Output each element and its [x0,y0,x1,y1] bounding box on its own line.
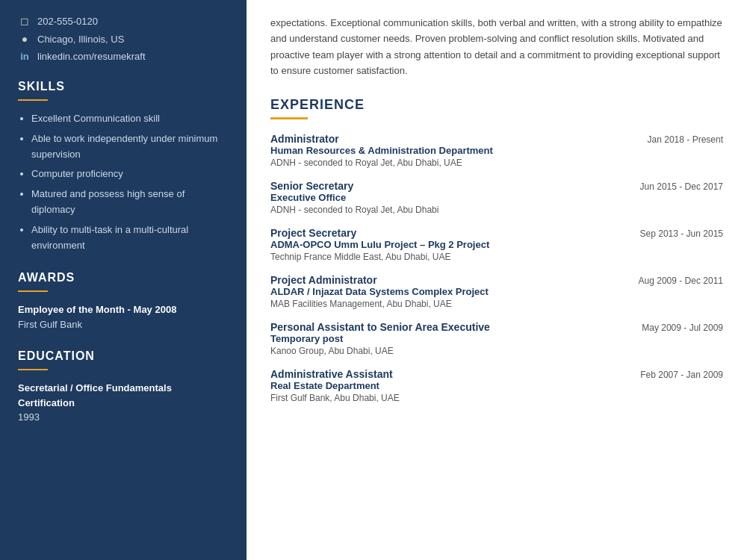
exp-company: Real Estate Department [270,380,637,391]
experience-divider [270,117,308,119]
exp-left: Senior SecretaryExecutive OfficeADNH - s… [270,180,637,215]
awards-section: AWARDS Employee of the Month - May 2008 … [18,271,229,332]
exp-job-title: Personal Assistant to Senior Area Execut… [270,321,639,333]
skill-item: Computer proficiency [31,167,229,182]
exp-location: ADNH - seconded to Royal Jet, Abu Dhabi [270,205,637,215]
exp-location: MAB Facilities Management, Abu Dhabi, UA… [270,299,636,309]
phone-item: ◻ 202-555-0120 [18,15,229,27]
exp-company: ADMA-OPCO Umm Lulu Project – Pkg 2 Proje… [270,239,637,250]
exp-entry: Senior SecretaryExecutive OfficeADNH - s… [270,180,723,215]
exp-date: Aug 2009 - Dec 2011 [639,274,723,309]
exp-company: Executive Office [270,192,637,203]
edu-degree: Secretarial / Office Fundamentals Certif… [18,381,229,410]
exp-entry: Project AdministratorALDAR / Injazat Dat… [270,274,723,309]
education-divider [18,369,48,370]
linkedin-item: in linkedin.com/resumekraft [18,51,229,62]
exp-job-title: Project Administrator [270,274,636,286]
skill-item: Excellent Communication skill [31,111,229,127]
exp-entry: Administrative AssistantReal Estate Depa… [270,368,723,403]
experience-list: AdministratorHuman Resources & Administr… [270,133,723,403]
edu-entry: Secretarial / Office Fundamentals Certif… [18,381,229,425]
exp-company: Human Resources & Administration Departm… [270,145,645,156]
phone-icon: ◻ [18,15,31,27]
skills-title: SKILLS [18,80,229,93]
exp-entry: Project SecretaryADMA-OPCO Umm Lulu Proj… [270,227,723,262]
exp-date: Sep 2013 - Jun 2015 [640,227,723,262]
exp-job-title: Administrative Assistant [270,368,637,380]
exp-company: ALDAR / Injazat Data Systems Complex Pro… [270,286,636,297]
exp-entry: AdministratorHuman Resources & Administr… [270,133,723,168]
skills-list: Excellent Communication skillAble to wor… [18,111,229,253]
location-item: ● Chicago, Illinois, US [18,33,229,45]
exp-date: Jan 2018 - Present [648,133,723,168]
exp-job-title: Administrator [270,133,645,145]
skill-item: Ability to multi-task in a multi-cultura… [31,223,229,254]
education-section: EDUCATION Secretarial / Office Fundament… [18,349,229,425]
contact-section: ◻ 202-555-0120 ● Chicago, Illinois, US i… [18,15,229,62]
exp-left: Project SecretaryADMA-OPCO Umm Lulu Proj… [270,227,637,262]
exp-date: May 2009 - Jul 2009 [642,321,723,356]
location-text: Chicago, Illinois, US [37,34,124,45]
exp-entry: Personal Assistant to Senior Area Execut… [270,321,723,356]
main-content: expectations. Exceptional communication … [247,0,747,560]
awards-title: AWARDS [18,271,229,284]
sidebar: ◻ 202-555-0120 ● Chicago, Illinois, US i… [0,0,247,560]
location-icon: ● [18,33,31,45]
summary-text: expectations. Exceptional communication … [270,15,723,79]
exp-left: Project AdministratorALDAR / Injazat Dat… [270,274,636,309]
skill-item: Able to work independently under minimum… [31,131,229,163]
phone-number: 202-555-0120 [37,16,98,27]
exp-left: Personal Assistant to Senior Area Execut… [270,321,639,356]
linkedin-text: linkedin.com/resumekraft [37,51,146,62]
exp-job-title: Project Secretary [270,227,637,239]
exp-left: Administrative AssistantReal Estate Depa… [270,368,637,403]
exp-date: Feb 2007 - Jan 2009 [640,368,723,403]
edu-year: 1993 [18,410,229,425]
education-title: EDUCATION [18,349,229,363]
award-entry: Employee of the Month - May 2008 First G… [18,302,229,332]
exp-location: ADNH - seconded to Royal Jet, Abu Dhabi,… [270,158,645,168]
exp-location: Technip France Middle East, Abu Dhabi, U… [270,252,637,262]
award-org: First Gulf Bank [18,317,229,332]
awards-divider [18,290,48,292]
exp-location: First Gulf Bank, Abu Dhabi, UAE [270,393,637,403]
award-name: Employee of the Month - May 2008 [18,302,229,317]
exp-company: Temporary post [270,333,639,344]
linkedin-icon: in [18,51,31,62]
exp-location: Kanoo Group, Abu Dhabi, UAE [270,346,639,356]
skills-divider [18,99,48,101]
exp-job-title: Senior Secretary [270,180,637,192]
experience-title: EXPERIENCE [270,97,723,113]
exp-date: Jun 2015 - Dec 2017 [640,180,723,215]
exp-left: AdministratorHuman Resources & Administr… [270,133,645,168]
skill-item: Matured and possess high sense of diplom… [31,187,229,218]
